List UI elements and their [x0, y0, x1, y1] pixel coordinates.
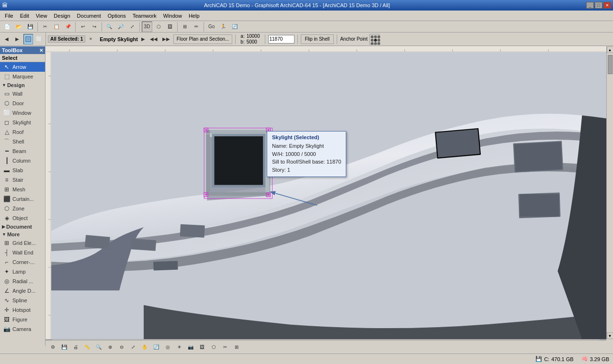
select-3d-btn[interactable]	[23, 34, 33, 44]
bt-fit2[interactable]: ⤢	[128, 342, 138, 353]
bt-wire2[interactable]: ⬡	[208, 342, 219, 353]
sep-input	[297, 34, 298, 44]
minimize-button[interactable]: _	[586, 2, 594, 9]
bt-render2[interactable]: 🖼	[197, 342, 207, 353]
select-box-btn[interactable]: ⬜	[34, 34, 44, 44]
bt-save2[interactable]: 💾	[59, 342, 69, 353]
anchor-point-grid[interactable]	[369, 34, 380, 44]
tb-new[interactable]: 📄	[2, 22, 12, 32]
tool-window[interactable]: ⬜ Window	[0, 108, 45, 118]
tb-paste[interactable]: 📌	[63, 22, 73, 32]
sep2	[75, 22, 76, 32]
tb-wire[interactable]: ⬡	[153, 22, 164, 32]
tool-lamp[interactable]: ✦ Lamp	[0, 267, 45, 276]
bt-orbit2[interactable]: ◎	[162, 342, 173, 353]
bt-zoomin[interactable]: ⊕	[105, 342, 115, 353]
tool-mesh[interactable]: ⊞ Mesh	[0, 185, 45, 194]
tool-spline-label: Spline	[12, 298, 27, 303]
bt-zoom[interactable]: 🔍	[93, 342, 104, 353]
tool-radial[interactable]: ◎ Radial ...	[0, 276, 45, 286]
tb-open[interactable]: 📂	[13, 22, 24, 32]
element-name-label: Empty Skylight	[100, 36, 137, 42]
tool-arrow[interactable]: ↖ Arrow	[0, 62, 45, 72]
door-icon: ⬡	[3, 99, 11, 107]
bt-settings[interactable]: ⚙	[47, 342, 58, 353]
menu-design[interactable]: Design	[51, 12, 73, 20]
tool-spline[interactable]: ∿ Spline	[0, 296, 45, 305]
tb-zoom-out[interactable]: 🔎	[115, 22, 126, 32]
close-button[interactable]: ✕	[603, 2, 611, 9]
tool-object[interactable]: ◈ Object	[0, 213, 45, 223]
tool-door[interactable]: ⬡ Door	[0, 99, 45, 108]
tool-angle[interactable]: ∠ Angle D...	[0, 286, 45, 296]
viewport[interactable]: Skylight (Selected) Name: Empty Skylight…	[51, 52, 606, 339]
tb-fit[interactable]: ⤢	[127, 22, 137, 32]
flip-in-shell-btn[interactable]: Flip in Shell	[301, 34, 334, 44]
tb-cut[interactable]: ✂	[40, 22, 50, 32]
tool-column[interactable]: ┃ Column	[0, 156, 45, 165]
bt-layer2[interactable]: ⊞	[231, 342, 242, 353]
tool-roof[interactable]: △ Roof	[0, 127, 45, 137]
expand-btn[interactable]: ▶	[140, 36, 147, 43]
tool-hotspot[interactable]: ✛ Hotspot	[0, 305, 45, 315]
section-design[interactable]: ▼ Design	[0, 81, 45, 89]
coord-display: a: 10000 b: 5000	[238, 33, 261, 44]
tool-stair[interactable]: ≡ Stair	[0, 175, 45, 185]
tb-layer[interactable]: ⊞	[180, 22, 190, 32]
numeric-input[interactable]	[268, 35, 295, 44]
section-document[interactable]: ▶ Document	[0, 223, 45, 231]
maximize-button[interactable]: □	[595, 2, 602, 9]
tool-wall-end[interactable]: ┤ Wall End	[0, 248, 45, 257]
bt-pan[interactable]: ✋	[139, 342, 150, 353]
tool-slab[interactable]: ▬ Slab	[0, 165, 45, 175]
menu-file[interactable]: File	[2, 12, 16, 20]
section-more[interactable]: ▼ More	[0, 231, 45, 238]
tool-zone[interactable]: ⬡ Zone	[0, 204, 45, 213]
select-previous-btn[interactable]: ◀	[2, 34, 11, 44]
vscroll-thumb[interactable]	[608, 55, 613, 74]
tb-redo[interactable]: ↪	[89, 22, 100, 32]
menu-edit[interactable]: Edit	[17, 12, 32, 20]
bt-sun[interactable]: ☀	[174, 342, 184, 353]
tool-beam[interactable]: ━ Beam	[0, 146, 45, 156]
select-next-btn[interactable]: ▶	[12, 34, 22, 44]
menu-view[interactable]: View	[33, 12, 50, 20]
menu-teamwork[interactable]: Teamwork	[130, 12, 159, 20]
tb-pen[interactable]: ✏	[191, 22, 202, 32]
tool-curtain[interactable]: ⬛ Curtain...	[0, 194, 45, 204]
bt-print[interactable]: 🖨	[70, 342, 81, 353]
tool-skylight[interactable]: ◻ Skylight	[0, 118, 45, 127]
tb-undo[interactable]: ↩	[78, 22, 88, 32]
tb-save[interactable]: 💾	[25, 22, 35, 32]
menu-help[interactable]: Help	[186, 12, 203, 20]
vscroll-up-btn[interactable]: ▲	[607, 46, 613, 53]
tb-zoom-in[interactable]: 🔍	[104, 22, 114, 32]
tb-render[interactable]: 🖼	[165, 22, 175, 32]
prev-view-btn[interactable]: ◀◀	[148, 34, 159, 44]
tool-corner[interactable]: ⌐ Corner-...	[0, 257, 45, 267]
tool-shell[interactable]: ⌒ Shell	[0, 137, 45, 146]
tb-go[interactable]: Go	[206, 22, 217, 32]
tool-grid-ele[interactable]: ⊞ Grid Ele...	[0, 238, 45, 248]
tb-3d[interactable]: 3D	[142, 22, 152, 32]
tool-camera[interactable]: 📷 Camera	[0, 324, 45, 334]
bt-zoomout[interactable]: ⊖	[116, 342, 127, 353]
bt-measure[interactable]: 📏	[82, 342, 92, 353]
vscroll-down-btn[interactable]: ▼	[607, 332, 613, 339]
close-selection-btn[interactable]: ✕	[87, 36, 94, 43]
tb-copy[interactable]: 📋	[51, 22, 62, 32]
menu-window[interactable]: Window	[160, 12, 185, 20]
toolbox-close-btn[interactable]: ✕	[39, 48, 43, 53]
tool-figure[interactable]: 🖼 Figure	[0, 315, 45, 324]
tool-marquee[interactable]: ⬚ Marquee	[0, 72, 45, 81]
bt-camera2[interactable]: 📷	[185, 342, 196, 353]
bt-rotate[interactable]: 🔄	[151, 342, 161, 353]
tb-orbit[interactable]: 🔄	[229, 22, 240, 32]
bt-section[interactable]: ✂	[220, 342, 230, 353]
menu-options[interactable]: Options	[105, 12, 129, 20]
tb-fly[interactable]: 🏃	[218, 22, 228, 32]
tool-wall[interactable]: ▭ Wall	[0, 89, 45, 99]
floor-plan-btn[interactable]: Floor Plan and Section...	[173, 34, 233, 44]
menu-document[interactable]: Document	[74, 12, 104, 20]
next-view-btn[interactable]: ▶▶	[161, 34, 171, 44]
